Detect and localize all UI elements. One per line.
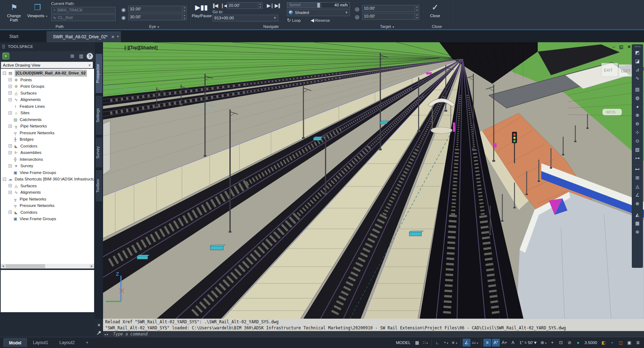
eraser-icon[interactable]: ⊗ [632, 199, 643, 208]
track-path-field[interactable]: ◔SWX_TRACK [51, 7, 116, 14]
viewport-controls-label[interactable]: [-][Top][Shaded] [125, 45, 157, 50]
tree-item[interactable]: −▤[CLOUD]SWR_Rail_Alt-02_Drive_02 [1, 70, 94, 77]
tree-item[interactable]: +∿Alignments [1, 189, 94, 196]
tree-horizontal-scrollbar[interactable]: ◂ ▸ [1, 264, 94, 269]
expand-icon[interactable]: + [9, 211, 12, 214]
viewport-3d-scene[interactable]: EXIT LEFT WOS Z [103, 42, 644, 319]
target-height-spinner[interactable]: ▲▼ [415, 5, 419, 12]
expand-icon[interactable]: + [9, 164, 12, 168]
station-step-field[interactable]: 20.00' [227, 2, 258, 9]
polar-tracking-icon[interactable]: ◔▼ [442, 339, 450, 347]
new-tab-button[interactable]: + [110, 32, 126, 42]
eye-height-spinner[interactable]: ▲▼ [182, 6, 187, 13]
tab-layout1[interactable]: Layout1 [28, 338, 53, 347]
scroll-right-icon[interactable]: ▸ [89, 264, 94, 269]
go-to-start-button[interactable]: ∥◀ [213, 3, 218, 8]
close-command-icon[interactable]: ✕ [95, 323, 103, 328]
customize-plus-icon[interactable]: + [548, 339, 556, 347]
tree-item[interactable]: +╥Pipe Networks [1, 123, 94, 130]
tab-settings[interactable]: Settings [95, 95, 103, 135]
visual-style-dropdown[interactable]: Shaded▼ [287, 9, 350, 16]
prism-icon[interactable]: ◭ [632, 211, 643, 219]
view-selector-dropdown[interactable]: Active Drawing View∨ [1, 62, 93, 68]
desktop-connector-icon[interactable]: ◫ [617, 339, 625, 347]
default-scale-value[interactable]: 3.5000 [583, 340, 599, 345]
annotation-monitor-icon[interactable]: ⊡ [557, 339, 565, 347]
rail-path-field[interactable]: ∿CL_Rail [51, 14, 116, 21]
item-view-toggle-icon[interactable]: ⊞ [69, 53, 75, 59]
tree-item[interactable]: ╤Pressure Networks [1, 130, 94, 136]
tree-item[interactable]: +⊕Points [1, 77, 94, 83]
expand-icon[interactable]: + [9, 184, 12, 187]
change-path-button[interactable]: ⚑ Change Path [3, 1, 25, 22]
settings-tool-icon[interactable]: ⊛ [632, 228, 643, 236]
command-prompt-icon[interactable]: ▸▾ [104, 333, 108, 336]
tree-item[interactable]: +⌂Sites [1, 110, 94, 116]
model-space-toggle[interactable]: MODEL [394, 340, 413, 345]
tree-item[interactable]: +◬Surfaces [1, 183, 94, 189]
tree-item[interactable]: ╥Pipe Networks [1, 196, 94, 203]
expand-icon[interactable]: + [9, 85, 12, 88]
graphics-performance-icon[interactable]: ● [574, 339, 582, 347]
grid-tool-icon[interactable]: ▦ [632, 219, 643, 228]
station-step-spinner[interactable]: ▲▼ [258, 2, 263, 9]
reverse-toggle[interactable]: ◀ Reverse [311, 18, 330, 23]
expand-icon[interactable]: + [9, 78, 12, 81]
point-create-icon[interactable]: ⊕ [632, 111, 643, 120]
tree-item[interactable]: ╬Intersections [1, 156, 94, 163]
collapse-icon[interactable]: − [3, 178, 6, 181]
annotation-visibility-icon[interactable]: A° [492, 339, 500, 347]
cursor-star-icon[interactable]: ⊷ [632, 165, 643, 174]
slope-flag-icon[interactable]: ◪ [632, 57, 643, 66]
tab-layout2[interactable]: Layout2 [54, 338, 80, 347]
step-forward-button[interactable]: ▶❘ [267, 3, 274, 8]
sight-line-icon[interactable]: ⊿ [632, 66, 643, 74]
scrollbar-thumb[interactable] [6, 264, 45, 268]
tree-item[interactable]: +⊛Point Groups [1, 83, 94, 90]
tab-start[interactable]: Start [3, 32, 25, 42]
isolate-objects-icon[interactable]: ⊘ [566, 339, 574, 347]
close-icon[interactable]: ✕ [628, 44, 631, 49]
drawing-viewport[interactable]: EXIT LEFT WOS Z [-][Top][Shaded] ─ ◱ ✕ ◩… [103, 42, 644, 319]
web-map-icon[interactable]: ◍ [632, 94, 643, 102]
tree-item[interactable]: +⊩Assemblies [1, 149, 94, 156]
lineweight-display-icon[interactable]: ≡ [483, 339, 491, 347]
toolbar-grip[interactable] [635, 46, 641, 47]
new-layout-button[interactable]: + [81, 338, 93, 347]
grid-display-icon[interactable]: ▦ [413, 339, 421, 347]
tab-survey[interactable]: Survey [95, 137, 103, 168]
speed-slider[interactable]: Speed 40 mi/h [287, 2, 350, 8]
eye-height-field[interactable]: 32.00' [128, 6, 182, 13]
ortho-mode-icon[interactable]: ∟ [434, 339, 441, 347]
snap-mode-icon[interactable]: ∷▼ [422, 339, 430, 347]
dynamic-input-icon[interactable]: ▭▼ [471, 339, 479, 347]
tree-item[interactable]: ╫Bridges [1, 136, 94, 143]
tab-active-drawing[interactable]: SWR_Rail_Alt-02_Drive_02*✕ [47, 32, 121, 42]
expand-icon[interactable]: + [9, 91, 12, 95]
close-drive-button[interactable]: ✓ Close [424, 1, 447, 22]
play-pause-button[interactable]: ▶▮▮ Play/Pause [192, 1, 211, 22]
viewports-button[interactable]: ❒ Viewports ▼ [26, 1, 49, 22]
step-back-button[interactable]: ❘◀ [220, 3, 227, 8]
expand-icon[interactable]: + [9, 151, 12, 154]
tab-prospector[interactable]: Prospector [95, 53, 103, 93]
scroll-left-icon[interactable]: ◂ [1, 264, 5, 269]
civil3d-leaf-icon[interactable]: ◗ [3, 53, 9, 59]
loop-toggle[interactable]: ↻ Loop [287, 18, 301, 23]
eye-offset-spinner[interactable]: ▲▼ [182, 14, 187, 20]
expand-icon[interactable]: + [9, 125, 12, 128]
image-frame-icon[interactable]: ▧ [632, 145, 643, 154]
path-panel-label[interactable]: Path [0, 24, 119, 29]
target-offset-spinner[interactable]: ▲▼ [415, 13, 419, 20]
master-view-toggle-icon[interactable]: ▥ [78, 53, 84, 59]
tree-item[interactable]: ╤Pressure Networks [1, 202, 94, 209]
object-snap-tracking-icon[interactable]: ⨯▼ [451, 339, 459, 347]
customization-menu-icon[interactable]: ≣ [634, 339, 642, 347]
minimize-icon[interactable]: ─ [612, 44, 615, 49]
workspace-switching-icon[interactable]: ⊛▼ [540, 339, 548, 347]
command-input[interactable]: ▸▾ Type a command [103, 331, 644, 337]
tree-item[interactable]: +∿Alignments [1, 96, 94, 103]
clean-screen-icon[interactable]: ▣ [625, 339, 633, 347]
section-line-icon[interactable]: ⊶ [632, 154, 643, 163]
tree-item[interactable]: ▣View Frame Groups [1, 169, 94, 176]
